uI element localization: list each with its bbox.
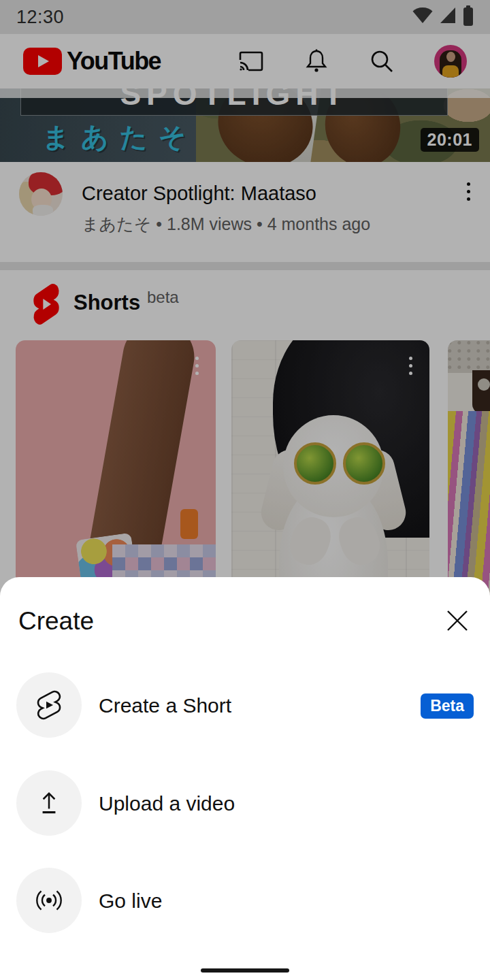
menu-item-label: Go live bbox=[99, 889, 162, 913]
broadcast-icon bbox=[16, 868, 82, 933]
beta-badge: Beta bbox=[421, 693, 474, 719]
menu-item-create-short[interactable]: Create a Short Beta bbox=[0, 664, 490, 746]
create-bottom-sheet: Create Create a Short Beta bbox=[0, 577, 490, 980]
menu-item-go-live[interactable]: Go live bbox=[0, 860, 490, 941]
home-indicator[interactable] bbox=[201, 968, 289, 973]
shorts-outline-icon bbox=[16, 672, 82, 738]
close-icon[interactable] bbox=[441, 604, 474, 637]
youtube-app-screen: 12:30 YouTube bbox=[0, 0, 490, 980]
menu-item-upload-video[interactable]: Upload a video bbox=[0, 762, 490, 844]
upload-icon bbox=[16, 770, 82, 836]
menu-item-label: Create a Short bbox=[99, 694, 231, 717]
menu-item-label: Upload a video bbox=[99, 792, 235, 815]
sheet-title: Create bbox=[18, 607, 94, 636]
